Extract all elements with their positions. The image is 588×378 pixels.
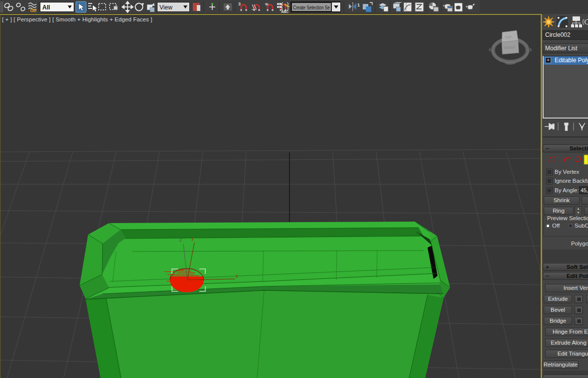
svg-text:y: y (191, 236, 194, 241)
svg-text:z: z (179, 237, 182, 243)
svg-text:TOP: TOP (505, 35, 512, 39)
svg-text:FRONT: FRONT (504, 45, 515, 49)
svg-text:x: x (236, 273, 238, 279)
